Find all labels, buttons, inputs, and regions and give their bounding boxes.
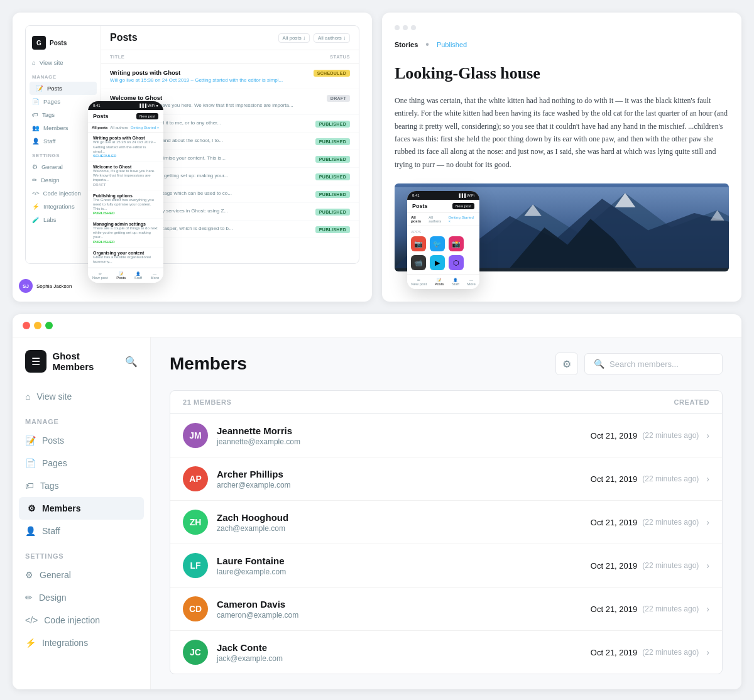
staff-icon: 👤 (25, 526, 36, 536)
member-row[interactable]: JC Jack Conte jack@example.com Oct 21, 2… (170, 631, 722, 674)
members-sidebar-staff[interactable]: 👤 Staff (13, 520, 150, 542)
right-nav-posts[interactable]: 📝Posts (434, 278, 444, 286)
right-nav-staff[interactable]: 👤Staff (452, 278, 459, 286)
win-maximize[interactable] (45, 322, 53, 329)
admin-post-header: Posts All posts ↓ All authors ↓ (101, 26, 359, 50)
members-sidebar-posts[interactable]: 📝 Posts (13, 429, 150, 452)
status-badge: DRAFT (327, 95, 350, 102)
post-title: Writing posts with Ghost (110, 69, 309, 76)
table-header: TITLE STATUS (101, 50, 359, 64)
members-header: Members ⚙ 🔍 Search members... (170, 353, 723, 375)
members-table: 21 MEMBERS CREATED JM Jeannette Morris j… (170, 390, 723, 674)
member-row[interactable]: LF Laure Fontaine laure@example.com Oct … (170, 544, 722, 588)
app-row-2: 📹 ▶ ⬡ (411, 255, 476, 270)
search-icon: 🔍 (594, 359, 604, 369)
right-mobile-status: 8:41 ▐▐▐ WiFi (407, 191, 479, 200)
win-minimize[interactable] (34, 322, 41, 329)
integrations-label: Integrations (42, 638, 88, 648)
member-avatar: AP (183, 466, 208, 491)
published-link[interactable]: Published (437, 41, 467, 48)
win-close[interactable] (23, 322, 30, 329)
mobile-title: Posts (93, 113, 109, 119)
filter-all-posts[interactable]: All posts ↓ (278, 33, 310, 43)
app-instagram: 📸 (449, 236, 464, 251)
members-sidebar-pages[interactable]: 📄 Pages (13, 452, 150, 474)
labs-icon: 🧪 (32, 216, 40, 223)
member-row[interactable]: ZH Zach Hooghoud zach@example.com Oct 21… (170, 501, 722, 544)
member-email: archer@example.com (217, 481, 584, 489)
member-name: Laure Fontaine (217, 555, 584, 566)
share-icon: ⬡ (449, 255, 464, 270)
member-date-value: Oct 21, 2019 (591, 518, 637, 527)
member-name: Archer Phillips (217, 469, 584, 479)
integrations-icon: ⚡ (32, 203, 40, 210)
stories-bar: Stories • Published (395, 39, 729, 50)
staff-label: Staff (43, 138, 55, 145)
members-logo-icon: ☰ (25, 350, 46, 373)
right-mobile-new-post[interactable]: New post (452, 203, 474, 209)
article-title: Looking-Glass house (395, 63, 729, 84)
mobile-post-4: Managing admin settings There are a coup… (88, 219, 163, 248)
search-placeholder: Search members... (609, 359, 679, 369)
mobile-nav: ✏ New post 📝 Posts 👤 Staff ⋯ More (88, 268, 163, 283)
members-search-toggle[interactable]: 🔍 (125, 356, 138, 368)
dot-1 (395, 25, 400, 30)
stories-link[interactable]: Stories (395, 41, 418, 48)
design-label: Design (39, 593, 67, 603)
members-sidebar-tags[interactable]: 🏷 Tags (13, 474, 150, 497)
pages-label: Pages (43, 98, 60, 105)
members-sidebar-code[interactable]: </> Code injection (13, 609, 150, 632)
mobile-post-desc-5: Ghost has a flexible organisational taxo… (93, 255, 158, 264)
post-row[interactable]: Writing posts with Ghost Will go live at… (101, 64, 359, 89)
right-nav-more[interactable]: ⋯More (467, 278, 476, 286)
search-bar[interactable]: 🔍 Search members... (584, 353, 723, 375)
members-label: Members (43, 124, 68, 131)
manage-label: MANAGE (26, 69, 101, 82)
member-row[interactable]: JM Jeannette Morris jeannette@example.co… (170, 414, 722, 457)
sidebar-posts[interactable]: 📝 Posts (30, 82, 97, 95)
mobile-post-desc-4: There are a couple of things to do next … (93, 226, 158, 240)
article-body: One thing was certain, that the white ki… (395, 94, 729, 171)
member-row[interactable]: AP Archer Phillips archer@example.com Oc… (170, 457, 722, 501)
post-status: PUBLISHED (315, 138, 350, 145)
right-nav-newpost[interactable]: ✏New post (411, 278, 427, 286)
members-sidebar-members[interactable]: ⚙ Members (19, 497, 144, 520)
members-table-header: 21 MEMBERS CREATED (170, 391, 722, 414)
status-badge: PUBLISHED (315, 191, 350, 198)
new-post-btn[interactable]: New post (136, 113, 158, 119)
ghost-admin-card: G Posts ⌂ View site MANAGE 📝 Posts 📄 Pag… (13, 13, 372, 302)
member-date: Oct 21, 2019 (22 minutes ago) › (584, 517, 709, 527)
filter-all-authors[interactable]: All authors ↓ (314, 33, 350, 43)
members-list: JM Jeannette Morris jeannette@example.co… (170, 414, 722, 674)
members-main: Members ⚙ 🔍 Search members... 21 MEMBERS… (151, 337, 741, 689)
members-sidebar-integrations[interactable]: ⚡ Integrations (13, 632, 150, 654)
mobile-nav-more[interactable]: ⋯ More (151, 271, 160, 280)
status-badge: PUBLISHED (315, 209, 350, 216)
member-info: Zach Hooghoud zach@example.com (217, 512, 584, 533)
mobile-nav-newpost[interactable]: ✏ New post (92, 271, 108, 280)
code-label: Code injection (43, 190, 81, 197)
mobile-post-2: Welcome to Ghost Welcome, it's great to … (88, 161, 163, 190)
post-info: Writing posts with Ghost Will go live at… (110, 69, 309, 84)
members-nav-icon: ⚙ (28, 503, 36, 513)
members-sidebar-general[interactable]: ⚙ General (13, 564, 150, 586)
member-row[interactable]: CD Cameron Davis cameron@example.com Oct… (170, 588, 722, 631)
members-logo-area: ☰ Ghost Members 🔍 (13, 350, 150, 385)
mobile-post-3: Publishing options The Ghost editor has … (88, 190, 163, 219)
member-date-relative: (22 minutes ago) (642, 474, 699, 483)
viewsite-label: View site (36, 391, 72, 402)
members-sidebar-design[interactable]: ✏ Design (13, 586, 150, 609)
status-badge: SCHEDULED (314, 70, 350, 77)
members-sidebar-viewsite[interactable]: ⌂ View site (13, 385, 150, 408)
settings-gear-button[interactable]: ⚙ (555, 353, 578, 375)
mobile-nav-staff[interactable]: 👤 Staff (134, 271, 142, 280)
mobile-nav-posts[interactable]: 📝 Posts (116, 271, 126, 280)
design-icon: ✏ (32, 177, 37, 183)
general-icon: ⚙ (25, 570, 33, 580)
right-mobile-nav: ✏New post 📝Posts 👤Staff ⋯More (407, 274, 479, 289)
member-date-relative: (22 minutes ago) (642, 518, 699, 527)
member-date-relative: (22 minutes ago) (642, 561, 699, 570)
sidebar-viewsite[interactable]: ⌂ View site (26, 56, 101, 69)
member-email: laure@example.com (217, 567, 584, 576)
member-avatar: ZH (183, 510, 208, 535)
